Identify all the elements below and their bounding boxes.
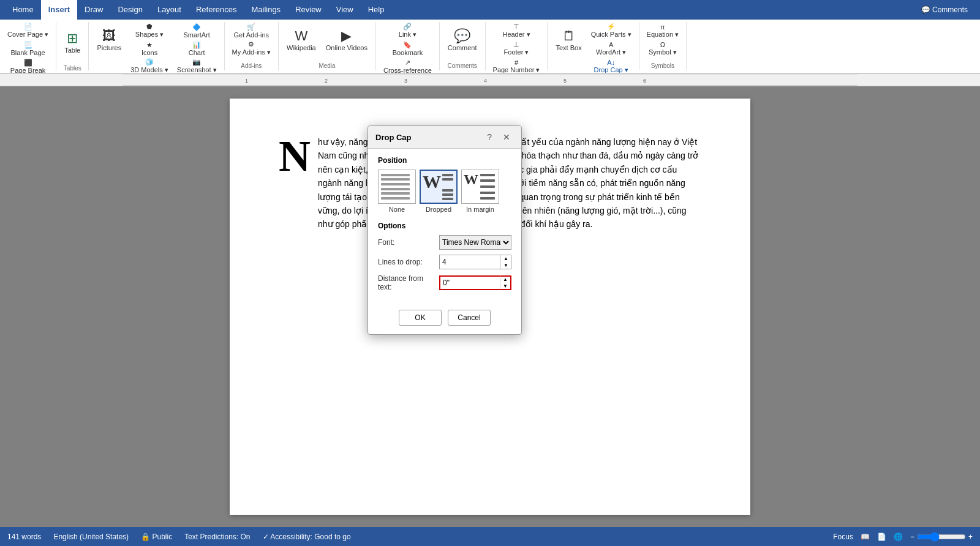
position-options: None W [378,170,511,213]
screenshot-btn[interactable]: 📷 Screenshot ▾ [173,58,221,73]
in-margin-label: In margin [466,206,494,213]
tab-design[interactable]: Design [110,0,149,20]
font-select[interactable]: Times New Roman [439,235,511,250]
page-break-btn[interactable]: ⬛ Page Break [4,58,52,73]
group-symbols: π Equation ▾ Ω Symbol ▾ Symbols [639,22,687,70]
comments-btn[interactable]: 💬 Comments [921,6,968,14]
ok-button[interactable]: OK [399,310,442,326]
zoom-range[interactable] [917,532,966,542]
pictures-btn[interactable]: 🖼 Pictures [92,22,126,59]
position-none[interactable]: None [378,170,416,213]
dialog-help-button[interactable]: ? [483,131,496,143]
accessibility[interactable]: ✓ Accessibility: Good to go [263,533,351,541]
symbol-icon: Ω [660,41,665,48]
icons-btn[interactable]: ★ Icons [127,40,172,57]
tab-help[interactable]: Help [361,0,392,20]
distance-down[interactable]: ▼ [500,283,510,290]
shapes-btn[interactable]: ⬟ Shapes ▾ [127,22,172,39]
text-predictions[interactable]: Text Predictions: On [184,533,250,541]
shapes-label: Shapes ▾ [135,31,164,39]
equation-icon: π [660,23,665,31]
lines-spinner: ▲ ▼ [500,255,511,269]
zoom-slider[interactable]: − + [910,532,973,542]
status-left: 141 words English (United States) 🔒 Publ… [7,533,351,541]
view-read-icon[interactable]: 📖 [861,533,870,541]
link-btn[interactable]: 🔗 Link ▾ [380,22,435,39]
ruler-bar: 1 2 3 4 5 6 [123,74,858,86]
chart-btn[interactable]: 📊 Chart [173,40,221,57]
quick-parts-btn[interactable]: ⚡ Quick Parts ▾ [587,22,635,39]
dialog-close-button[interactable]: ✕ [499,131,514,143]
font-row: Font: Times New Roman [378,235,511,250]
get-addins-btn[interactable]: 🛒 Get Add-ins [228,22,274,39]
options-label: Options [378,222,511,230]
position-dropped[interactable]: W Dropped [420,170,458,213]
lines-down[interactable]: ▼ [501,262,511,269]
lines-input[interactable]: 4 [440,255,500,269]
my-addins-btn[interactable]: ⚙ My Add-ins ▾ [228,40,274,57]
lines-up[interactable]: ▲ [501,255,511,262]
tab-home[interactable]: Home [5,0,41,20]
3d-models-btn[interactable]: 🧊 3D Models ▾ [127,58,172,73]
online-videos-btn[interactable]: ▶ Online Videos [322,22,372,59]
bookmark-icon: 🔖 [403,41,412,49]
cover-page-label: Cover Page ▾ [7,31,48,39]
svg-text:2: 2 [325,78,328,84]
tab-mailings[interactable]: Mailings [244,0,288,20]
view-web-icon[interactable]: 🌐 [894,533,903,541]
footer-label: Footer ▾ [504,48,529,56]
distance-up[interactable]: ▲ [500,276,510,283]
tab-draw[interactable]: Draw [77,0,110,20]
smartart-btn[interactable]: 🔷 SmartArt [173,22,221,39]
icons-icon: ★ [146,41,153,49]
addins-group-label: Add-ins [241,62,262,70]
bookmark-btn[interactable]: 🔖 Bookmark [380,40,435,57]
status-bar: 141 words English (United States) 🔒 Publ… [0,527,980,546]
quick-parts-icon: ⚡ [607,23,616,31]
table-label: Table [64,47,80,54]
position-in-margin[interactable]: W In margin [461,170,499,213]
cover-page-btn[interactable]: 📄 Cover Page ▾ [4,22,52,39]
cancel-button[interactable]: Cancel [448,310,491,326]
tables-group-label: Tables [64,65,81,73]
tab-review[interactable]: Review [288,0,329,20]
media-group-label: Media [318,62,335,70]
visibility: 🔒 Public [141,533,172,541]
tab-view[interactable]: View [329,0,361,20]
tab-insert[interactable]: Insert [41,0,77,20]
symbol-btn[interactable]: Ω Symbol ▾ [643,40,682,57]
tab-references[interactable]: References [189,0,244,20]
tab-layout[interactable]: Layout [150,0,189,20]
footer-btn[interactable]: ⊥ Footer ▾ [489,40,544,57]
wordart-btn[interactable]: A WordArt ▾ [587,40,635,57]
blank-page-icon: 📃 [24,41,32,49]
comment-btn[interactable]: 💬 Comment [443,22,481,59]
symbols-group-label: Symbols [651,62,674,70]
dialog-body: Position None [368,149,521,304]
lines-input-wrap: 4 ▲ ▼ [439,255,511,269]
wikipedia-icon: W [295,29,307,43]
cross-reference-icon: ↗ [405,59,410,67]
header-label: Header ▾ [502,31,530,39]
wikipedia-btn[interactable]: W Wikipedia [282,22,320,59]
focus-btn[interactable]: Focus [833,533,853,541]
screenshot-label: Screenshot ▾ [177,66,217,73]
header-btn[interactable]: ⊤ Header ▾ [489,22,544,39]
blank-page-btn[interactable]: 📃 Blank Page [4,40,52,57]
page-number-btn[interactable]: # Page Number ▾ [489,58,544,73]
group-comments: 💬 Comment Comments [440,22,486,70]
equation-btn[interactable]: π Equation ▾ [643,22,682,39]
zoom-out-icon[interactable]: − [910,533,914,541]
language: English (United States) [53,533,129,541]
distance-input[interactable]: 0" [440,277,500,289]
drop-cap-btn[interactable]: A↓ Drop Cap ▾ [587,58,635,73]
table-btn[interactable]: ⊞ Table [60,22,85,64]
cross-reference-btn[interactable]: ↗ Cross-reference [380,58,435,73]
text-box-btn[interactable]: 🗒 Text Box [551,22,586,59]
group-addins: 🛒 Get Add-ins ⚙ My Add-ins ▾ Add-ins [225,22,279,70]
screenshot-icon: 📷 [192,58,201,66]
dialog-title: Drop Cap [375,133,412,142]
view-print-icon[interactable]: 📄 [877,533,886,541]
zoom-in-icon[interactable]: + [968,533,973,541]
3d-models-icon: 🧊 [145,58,154,66]
